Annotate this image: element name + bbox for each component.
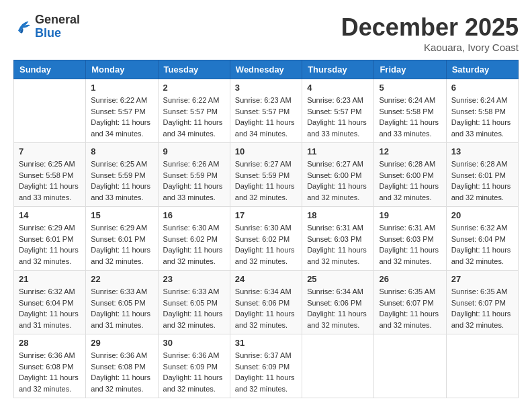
logo: General Blue [13,13,80,40]
day-number: 27 [451,274,513,284]
logo-bird-icon [13,17,32,36]
calendar-cell [302,334,374,398]
day-info: Sunrise: 6:22 AMSunset: 5:57 PMDaylight:… [91,95,152,139]
day-number: 29 [91,338,152,348]
day-info: Sunrise: 6:27 AMSunset: 6:00 PMDaylight:… [307,158,369,203]
day-number: 4 [307,83,369,93]
day-number: 2 [163,83,225,93]
calendar-cell: 13Sunrise: 6:28 AMSunset: 6:01 PMDayligh… [446,143,518,207]
calendar-week-row: 14Sunrise: 6:29 AMSunset: 6:01 PMDayligh… [14,207,519,271]
day-number: 20 [451,210,513,220]
month-title: December 2025 [341,13,519,42]
column-header-sunday: Sunday [14,60,86,79]
day-info: Sunrise: 6:23 AMSunset: 5:57 PMDaylight:… [307,95,369,139]
day-number: 24 [235,274,297,284]
calendar-cell: 17Sunrise: 6:30 AMSunset: 6:02 PMDayligh… [230,207,302,271]
day-info: Sunrise: 6:25 AMSunset: 5:59 PMDaylight:… [91,158,152,203]
logo-general: General [35,13,80,27]
day-info: Sunrise: 6:28 AMSunset: 6:00 PMDaylight:… [379,158,441,203]
day-info: Sunrise: 6:30 AMSunset: 6:02 PMDaylight:… [163,222,225,267]
day-info: Sunrise: 6:23 AMSunset: 5:57 PMDaylight:… [235,95,297,139]
calendar-cell: 9Sunrise: 6:26 AMSunset: 5:59 PMDaylight… [158,143,230,207]
calendar-week-row: 21Sunrise: 6:32 AMSunset: 6:04 PMDayligh… [14,271,519,334]
calendar-cell: 6Sunrise: 6:24 AMSunset: 5:58 PMDaylight… [446,79,518,143]
calendar-cell: 4Sunrise: 6:23 AMSunset: 5:57 PMDaylight… [302,79,374,143]
day-number: 30 [163,338,225,348]
day-number: 13 [451,146,513,156]
day-info: Sunrise: 6:29 AMSunset: 6:01 PMDaylight:… [91,222,152,267]
column-header-thursday: Thursday [302,60,374,79]
day-number: 6 [451,83,513,93]
day-number: 25 [307,274,369,284]
calendar-week-row: 7Sunrise: 6:25 AMSunset: 5:58 PMDaylight… [14,143,519,207]
calendar-cell [14,79,86,143]
calendar-cell: 25Sunrise: 6:34 AMSunset: 6:06 PMDayligh… [302,271,374,334]
calendar-cell: 22Sunrise: 6:33 AMSunset: 6:05 PMDayligh… [86,271,158,334]
day-info: Sunrise: 6:36 AMSunset: 6:08 PMDaylight:… [19,350,81,394]
calendar-cell: 12Sunrise: 6:28 AMSunset: 6:00 PMDayligh… [374,143,446,207]
day-number: 17 [235,210,297,220]
calendar-cell: 2Sunrise: 6:22 AMSunset: 5:57 PMDaylight… [158,79,230,143]
calendar-cell: 23Sunrise: 6:33 AMSunset: 6:05 PMDayligh… [158,271,230,334]
day-info: Sunrise: 6:29 AMSunset: 6:01 PMDaylight:… [19,222,81,267]
day-number: 23 [163,274,225,284]
day-info: Sunrise: 6:28 AMSunset: 6:01 PMDaylight:… [451,158,513,203]
day-number: 26 [379,274,441,284]
day-number: 5 [379,83,441,93]
calendar-cell: 20Sunrise: 6:32 AMSunset: 6:04 PMDayligh… [446,207,518,271]
title-block: December 2025 Kaouara, Ivory Coast [341,13,519,53]
calendar-cell: 1Sunrise: 6:22 AMSunset: 5:57 PMDaylight… [86,79,158,143]
day-number: 18 [307,210,369,220]
day-info: Sunrise: 6:27 AMSunset: 5:59 PMDaylight:… [235,158,297,203]
calendar-cell: 15Sunrise: 6:29 AMSunset: 6:01 PMDayligh… [86,207,158,271]
calendar-cell: 5Sunrise: 6:24 AMSunset: 5:58 PMDaylight… [374,79,446,143]
logo-text: General Blue [35,13,80,40]
day-number: 21 [19,274,81,284]
calendar-cell: 16Sunrise: 6:30 AMSunset: 6:02 PMDayligh… [158,207,230,271]
day-info: Sunrise: 6:26 AMSunset: 5:59 PMDaylight:… [163,158,225,203]
logo-blue: Blue [35,27,80,40]
calendar-cell [374,334,446,398]
calendar-cell: 7Sunrise: 6:25 AMSunset: 5:58 PMDaylight… [14,143,86,207]
day-number: 28 [19,338,81,348]
day-number: 10 [235,146,297,156]
day-info: Sunrise: 6:24 AMSunset: 5:58 PMDaylight:… [451,95,513,139]
day-number: 7 [19,146,81,156]
column-header-friday: Friday [374,60,446,79]
day-number: 31 [235,338,297,348]
calendar-cell: 29Sunrise: 6:36 AMSunset: 6:08 PMDayligh… [86,334,158,398]
calendar-cell: 8Sunrise: 6:25 AMSunset: 5:59 PMDaylight… [86,143,158,207]
day-number: 22 [91,274,152,284]
day-info: Sunrise: 6:34 AMSunset: 6:06 PMDaylight:… [307,286,369,330]
calendar-cell: 18Sunrise: 6:31 AMSunset: 6:03 PMDayligh… [302,207,374,271]
day-info: Sunrise: 6:31 AMSunset: 6:03 PMDaylight:… [379,222,441,267]
day-info: Sunrise: 6:37 AMSunset: 6:09 PMDaylight:… [235,350,297,394]
column-header-monday: Monday [86,60,158,79]
calendar-cell: 11Sunrise: 6:27 AMSunset: 6:00 PMDayligh… [302,143,374,207]
day-info: Sunrise: 6:33 AMSunset: 6:05 PMDaylight:… [163,286,225,330]
day-number: 1 [91,83,152,93]
day-info: Sunrise: 6:34 AMSunset: 6:06 PMDaylight:… [235,286,297,330]
day-number: 15 [91,210,152,220]
column-header-saturday: Saturday [446,60,518,79]
day-info: Sunrise: 6:33 AMSunset: 6:05 PMDaylight:… [91,286,152,330]
day-info: Sunrise: 6:31 AMSunset: 6:03 PMDaylight:… [307,222,369,267]
calendar-cell: 3Sunrise: 6:23 AMSunset: 5:57 PMDaylight… [230,79,302,143]
day-info: Sunrise: 6:30 AMSunset: 6:02 PMDaylight:… [235,222,297,267]
day-info: Sunrise: 6:35 AMSunset: 6:07 PMDaylight:… [379,286,441,330]
day-number: 9 [163,146,225,156]
calendar-cell: 21Sunrise: 6:32 AMSunset: 6:04 PMDayligh… [14,271,86,334]
day-info: Sunrise: 6:32 AMSunset: 6:04 PMDaylight:… [19,286,81,330]
day-info: Sunrise: 6:24 AMSunset: 5:58 PMDaylight:… [379,95,441,139]
column-header-wednesday: Wednesday [230,60,302,79]
day-number: 3 [235,83,297,93]
day-info: Sunrise: 6:32 AMSunset: 6:04 PMDaylight:… [451,222,513,267]
location: Kaouara, Ivory Coast [341,42,519,53]
calendar-cell [446,334,518,398]
calendar-table: SundayMondayTuesdayWednesdayThursdayFrid… [13,60,519,398]
day-number: 14 [19,210,81,220]
calendar-cell: 27Sunrise: 6:35 AMSunset: 6:07 PMDayligh… [446,271,518,334]
calendar-cell: 10Sunrise: 6:27 AMSunset: 5:59 PMDayligh… [230,143,302,207]
calendar-cell: 14Sunrise: 6:29 AMSunset: 6:01 PMDayligh… [14,207,86,271]
day-number: 19 [379,210,441,220]
